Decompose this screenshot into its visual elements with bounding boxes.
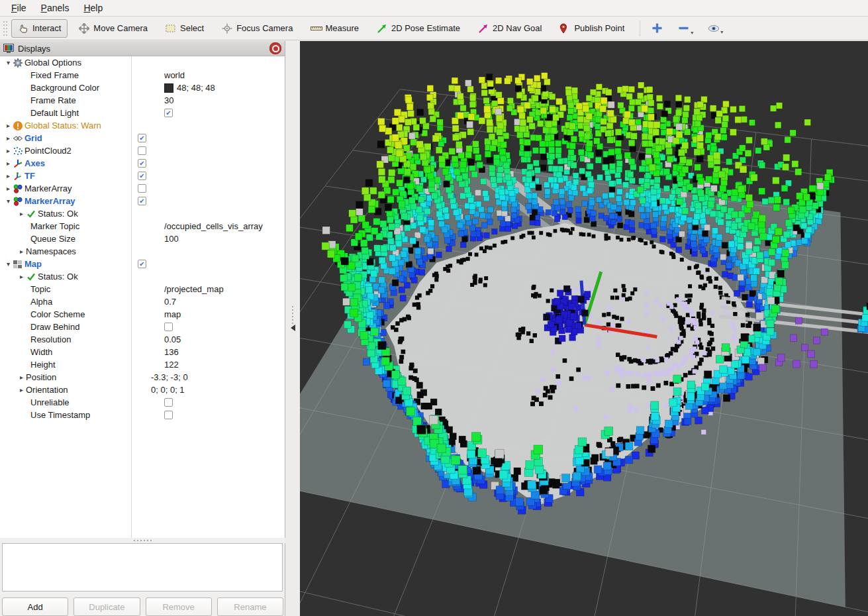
menu-bar: FilePanelsHelp [0,0,868,17]
tree-description-splitter[interactable] [0,538,285,543]
tool-measure[interactable]: Measure [304,19,365,37]
expander-closed-icon[interactable]: ▸ [4,147,13,154]
expander-open-icon[interactable]: ▾ [4,197,13,205]
menu-item-file[interactable]: File [4,1,34,15]
display-row-markerarray-1[interactable]: ▸MarkerArray [0,182,285,195]
enabled-checkbox[interactable] [164,323,173,331]
row-label: Grid [24,133,42,143]
display-row-draw-behind[interactable]: Draw Behind [0,321,285,333]
display-row-marker-status[interactable]: ▸Status: Ok [0,207,285,220]
expander-open-icon[interactable]: ▾ [4,260,13,268]
display-row-unreliable[interactable]: Unreliable [0,396,285,409]
tool-move-camera[interactable]: Move Camera [72,19,154,38]
expander-closed-icon[interactable]: ▸ [4,172,13,180]
display-row-orientation[interactable]: ▸Orientation0; 0; 0; 1 [0,384,285,396]
enabled-checkbox[interactable] [138,197,146,205]
menu-item-help[interactable]: Help [76,1,110,15]
displays-panel-header[interactable]: Displays [0,41,285,56]
row-value[interactable]: 0.7 [162,295,285,308]
tool-2d-pose-estimate[interactable]: 2D Pose Estimate [370,19,467,38]
row-value[interactable]: -3.3; -3; 0 [148,371,285,384]
display-row-map[interactable]: ▾Map [0,258,285,270]
tool-select[interactable]: Select [159,19,211,37]
enabled-checkbox[interactable] [138,184,146,193]
add-button[interactable]: Add [2,597,68,616]
enabled-checkbox[interactable] [138,159,146,168]
toolbar-drag-handle-icon[interactable] [2,20,9,37]
display-row-fixed-frame[interactable]: Fixed Frameworld [0,69,285,81]
ruler-icon [311,25,322,32]
row-value[interactable]: map [162,308,285,321]
display-row-resolution[interactable]: Resolution0.05 [0,333,285,346]
enabled-checkbox[interactable] [138,260,146,268]
expander-closed-icon[interactable]: ▸ [4,134,13,142]
expander-closed-icon[interactable]: ▸ [17,273,26,280]
display-row-grid[interactable]: ▸Grid [0,132,285,144]
display-row-frame-rate[interactable]: Frame Rate30 [0,94,285,107]
expander-closed-icon[interactable]: ▸ [17,248,26,255]
row-value[interactable]: 100 [162,232,285,245]
tool-interact[interactable]: Interact [11,19,68,38]
row-value[interactable]: 0; 0; 0; 1 [148,384,285,396]
expander-closed-icon[interactable]: ▸ [17,386,26,393]
row-value[interactable]: 48; 48; 48 [162,81,285,94]
tool-2d-nav-goal[interactable]: 2D Nav Goal [471,19,548,38]
row-value[interactable]: /occupied_cells_vis_array [162,220,285,232]
duplicate-button: Duplicate [73,597,140,616]
panel-viewport-splitter[interactable] [285,41,300,616]
collapse-panel-icon[interactable] [291,325,295,331]
rename-button: Rename [217,597,283,616]
row-label: Draw Behind [30,322,79,332]
zoom-out-minus-button[interactable]: ▾ [673,20,698,36]
expander-closed-icon[interactable]: ▸ [4,160,13,167]
row-value[interactable]: 122 [162,358,285,371]
row-value[interactable]: world [162,69,285,81]
display-row-use-timestamp[interactable]: Use Timestamp [0,409,285,421]
display-row-position[interactable]: ▸Position-3.3; -3; 0 [0,371,285,384]
expander-closed-icon[interactable]: ▸ [17,374,26,381]
enabled-checkbox[interactable] [138,146,146,155]
display-row-color-scheme[interactable]: Color Schememap [0,308,285,321]
eye-button[interactable]: ▾ [703,21,728,36]
display-row-global-options[interactable]: ▾Global Options [0,56,285,69]
display-row-default-light[interactable]: Default Light [0,107,285,119]
expander-closed-icon[interactable]: ▸ [17,210,26,217]
display-row-pointcloud2[interactable]: ▸PointCloud2 [0,144,285,157]
display-row-width[interactable]: Width136 [0,346,285,358]
tool-label: Select [180,23,204,33]
display-row-marker-topic[interactable]: Marker Topic/occupied_cells_vis_array [0,220,285,232]
grid-icon [13,133,24,144]
tf-icon [13,171,24,181]
display-row-queue-size[interactable]: Queue Size100 [0,232,285,245]
display-row-tf[interactable]: ▸TF [0,170,285,182]
display-row-global-status[interactable]: ▸Global Status: Warn [0,119,285,132]
row-value[interactable]: 30 [162,94,285,107]
display-row-background-color[interactable]: Background Color48; 48; 48 [0,81,285,94]
display-row-alpha[interactable]: Alpha0.7 [0,295,285,308]
display-row-namespaces[interactable]: ▸Namespaces [0,245,285,258]
expander-closed-icon[interactable]: ▸ [4,185,13,192]
enabled-checkbox[interactable] [164,398,173,407]
display-row-axes[interactable]: ▸Axes [0,157,285,170]
close-panel-button[interactable] [269,42,281,54]
tool-focus-camera[interactable]: Focus Camera [215,19,299,38]
expander-closed-icon[interactable]: ▸ [4,122,13,129]
enabled-checkbox[interactable] [138,134,146,142]
row-value[interactable]: /projected_map [162,283,285,295]
enabled-checkbox[interactable] [164,411,173,419]
display-row-height[interactable]: Height122 [0,358,285,371]
row-value[interactable]: 0.05 [162,333,285,346]
display-row-markerarray-2[interactable]: ▾MarkerArray [0,195,285,207]
display-row-map-status[interactable]: ▸Status: Ok [0,270,285,283]
3d-viewport[interactable] [300,41,868,616]
ok-check-icon [26,209,38,219]
row-label: Marker Topic [30,221,79,231]
row-value[interactable]: 136 [162,346,285,358]
menu-item-panels[interactable]: Panels [34,1,77,15]
zoom-in-plus-button[interactable] [647,20,668,36]
tool-publish-point[interactable]: Publish Point [553,19,631,38]
enabled-checkbox[interactable] [164,109,173,117]
enabled-checkbox[interactable] [138,172,146,180]
expander-open-icon[interactable]: ▾ [4,59,13,66]
display-row-map-topic[interactable]: Topic/projected_map [0,283,285,295]
